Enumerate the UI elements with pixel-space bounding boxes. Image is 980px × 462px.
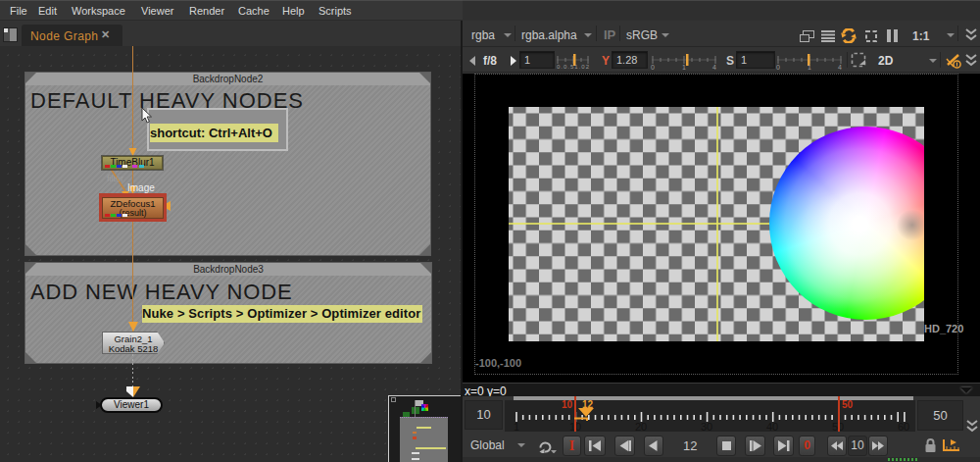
svg-text:I: I	[569, 438, 574, 453]
